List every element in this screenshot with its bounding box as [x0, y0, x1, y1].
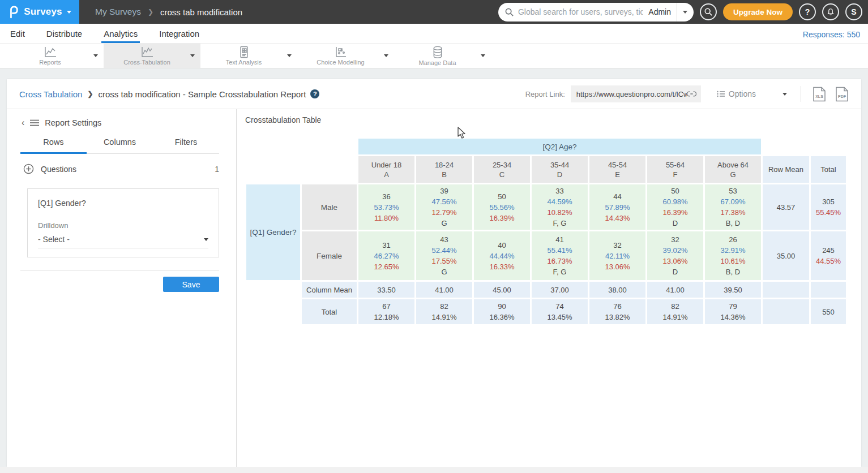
options-list-icon	[717, 91, 725, 97]
questionpro-logo-icon	[8, 5, 19, 19]
column-group-header: [Q2] Age?	[358, 139, 761, 154]
brand-name: Surveys	[24, 6, 62, 18]
questions-count: 1	[215, 165, 219, 174]
row-mean-header: Row Mean	[763, 156, 809, 183]
settings-list-icon	[30, 119, 39, 126]
report-card: Cross Tabulation ❯ cross tab modificatio…	[7, 79, 861, 467]
tab-columns[interactable]: Columns	[87, 137, 153, 154]
total-cell: 7914.36%	[705, 299, 761, 324]
total-cell: 7613.82%	[589, 299, 645, 324]
report-link-label: Report Link:	[525, 90, 565, 98]
data-cell: 3242.11%13.06%	[589, 231, 645, 280]
question-card: [Q1] Gender? Drilldown - Select -	[27, 188, 219, 257]
column-mean-cell: 45.00	[474, 282, 530, 298]
grand-total-cell: 550	[811, 299, 846, 324]
drilldown-label: Drilldown	[38, 221, 208, 230]
analytics-toolbar: Reports Cross-Tabulation Text Analysis	[0, 43, 868, 68]
data-cell: 5060.98%16.39%D	[647, 184, 703, 230]
responses-count: Responses: 550	[803, 30, 860, 43]
nav-integration[interactable]: Integration	[157, 25, 202, 43]
save-button[interactable]: Save	[163, 277, 219, 292]
data-cell: 3239.02%13.06%D	[647, 231, 703, 280]
total-cell: 8214.91%	[647, 299, 703, 324]
column-mean-empty	[763, 282, 809, 298]
link-icon[interactable]	[687, 91, 696, 97]
data-cell: 4155.41%16.73%F, G	[532, 231, 588, 280]
cross-tabulation-dropdown-caret[interactable]	[190, 54, 195, 57]
total-cell: 7413.45%	[532, 299, 588, 324]
column-mean-cell: 41.00	[647, 282, 703, 298]
tool-cross-tabulation[interactable]: Cross-Tabulation	[104, 44, 200, 68]
data-cell: 2632.91%10.61%B, D	[705, 231, 761, 280]
help-button[interactable]: ?	[799, 3, 816, 20]
avatar[interactable]: S	[845, 3, 862, 20]
column-header: 35-44D	[532, 156, 588, 183]
notifications-button[interactable]	[822, 3, 839, 20]
export-pdf-icon[interactable]: PDF	[835, 87, 849, 102]
column-header: Under 18A	[358, 156, 414, 183]
column-header: 55-64F	[647, 156, 703, 183]
data-cell: 4044.44%16.33%	[474, 231, 530, 280]
breadcrumb-parent[interactable]: My Surveys	[95, 7, 141, 17]
tool-text-analysis[interactable]: Text Analysis	[200, 44, 297, 68]
question-title: [Q1] Gender?	[38, 199, 208, 208]
tab-filters[interactable]: Filters	[153, 137, 219, 154]
text-analysis-dropdown-caret[interactable]	[287, 54, 292, 57]
drilldown-select[interactable]: - Select -	[38, 235, 208, 248]
crosstab-title: Crosstabulation Table	[245, 115, 321, 124]
tool-manage-data[interactable]: Manage Data	[394, 44, 491, 68]
svg-text:XLS: XLS	[815, 94, 823, 98]
crosstab-table: [Q2] Age?Under 18A18-24B25-34C35-44D45-5…	[245, 137, 848, 326]
export-xls-icon[interactable]: XLS	[813, 87, 826, 102]
search-submit-button[interactable]	[700, 3, 717, 20]
cross-tabulation-icon	[140, 46, 154, 58]
column-mean-cell: 37.00	[532, 282, 588, 298]
top-breadcrumb: My Surveys ❯ cross tab modification	[95, 7, 242, 17]
report-settings-title: Report Settings	[45, 118, 101, 127]
text-analysis-icon	[238, 46, 250, 58]
choice-modelling-dropdown-caret[interactable]	[384, 54, 388, 57]
add-question-icon[interactable]	[23, 164, 34, 174]
app-logo[interactable]: Surveys	[0, 0, 79, 24]
row-mean-cell: 43.57	[763, 184, 809, 230]
column-mean-cell: 39.50	[705, 282, 761, 298]
nav-distribute[interactable]: Distribute	[44, 25, 84, 43]
reports-dropdown-caret[interactable]	[93, 54, 98, 57]
options-dropdown[interactable]: Options	[717, 89, 787, 98]
cross-tabulation-link[interactable]: Cross Tabulation	[19, 89, 82, 99]
column-header: 25-34C	[474, 156, 530, 183]
spacer-cell	[763, 139, 809, 154]
total-row-label: Total	[302, 299, 357, 324]
drilldown-value: - Select -	[38, 235, 70, 244]
drilldown-caret-icon	[204, 238, 208, 241]
data-cell: 3653.73%11.80%	[358, 184, 414, 230]
nav-edit[interactable]: Edit	[8, 25, 27, 43]
total-cell: 9016.36%	[474, 299, 530, 324]
search-scope-dropdown[interactable]	[677, 3, 694, 22]
data-cell: 5055.56%16.39%	[474, 184, 530, 230]
manage-data-icon	[431, 46, 444, 59]
brand-caret-icon	[67, 11, 71, 14]
options-caret-icon	[783, 93, 787, 96]
total-cell: 8214.91%	[416, 299, 472, 324]
questions-row: Questions 1	[23, 164, 219, 174]
spacer-cell	[811, 139, 846, 154]
upgrade-now-button[interactable]: Upgrade Now	[723, 3, 793, 20]
collapse-panel-icon[interactable]: ‹	[22, 118, 24, 128]
manage-data-dropdown-caret[interactable]	[481, 54, 485, 57]
nav-analytics[interactable]: Analytics	[101, 25, 140, 43]
data-cell: 3344.59%10.82%F, G	[532, 184, 588, 230]
data-cell: 3947.56%12.79%G	[416, 184, 472, 230]
top-bar: Surveys My Surveys ❯ cross tab modificat…	[0, 0, 868, 24]
tool-choice-modelling[interactable]: Choice Modelling	[297, 44, 394, 68]
search-input[interactable]	[518, 7, 643, 16]
options-label: Options	[729, 89, 756, 98]
report-settings-header: ‹ Report Settings	[22, 118, 101, 128]
data-cell: 3146.27%12.65%	[358, 231, 414, 280]
report-help-icon[interactable]: ?	[310, 89, 319, 98]
search-scope-label: Admin	[643, 7, 677, 16]
tool-reports[interactable]: Reports	[7, 44, 104, 68]
svg-text:PDF: PDF	[838, 94, 846, 98]
report-link-input[interactable]	[576, 90, 687, 98]
tab-rows[interactable]: Rows	[20, 137, 87, 154]
